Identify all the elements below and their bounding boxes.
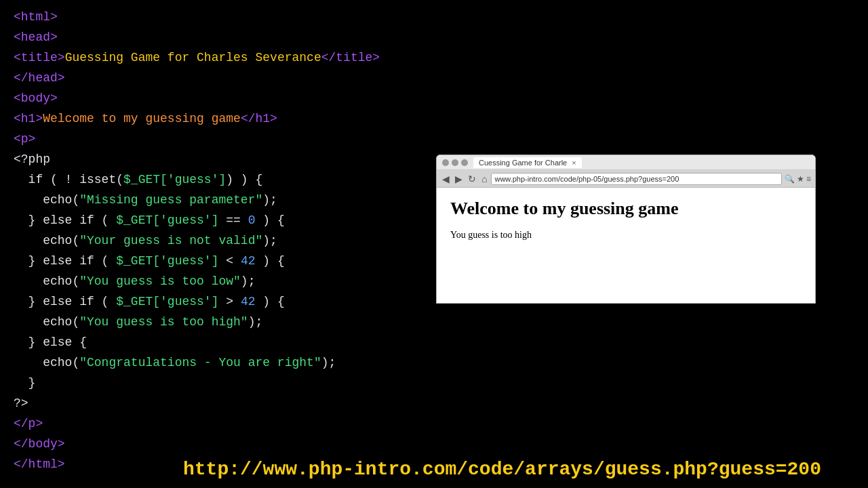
refresh-button[interactable]: ↻ bbox=[467, 174, 477, 184]
browser-page-title: Welcome to my guessing game bbox=[450, 199, 802, 219]
browser-url-text: www.php-intro.com/code/php-05/guess.php?… bbox=[494, 175, 679, 183]
code-line-line1: <html> bbox=[14, 7, 854, 27]
code-line-line21: </p> bbox=[14, 413, 854, 434]
browser-icons: 🔍 ★ ≡ bbox=[785, 174, 811, 184]
code-line-line6: <h1>Welcome to my guessing game</h1> bbox=[14, 108, 854, 129]
code-line-line2: <head> bbox=[14, 27, 854, 47]
browser-content: Welcome to my guessing game You guess is… bbox=[437, 188, 815, 251]
code-line-line17: } else { bbox=[14, 332, 854, 352]
code-line-line22: </body> bbox=[14, 434, 854, 454]
code-line-line16: echo("You guess is too high"); bbox=[14, 312, 854, 332]
browser-dot-1 bbox=[442, 159, 449, 166]
browser-titlebar: Cuessing Game for Charle × bbox=[437, 155, 815, 170]
code-line-line3: <title>Guessing Game for Charles Severan… bbox=[14, 47, 854, 68]
browser-window: Cuessing Game for Charle × ◀ ▶ ↻ ⌂ www.p… bbox=[436, 155, 816, 304]
home-button[interactable]: ⌂ bbox=[480, 174, 488, 184]
code-line-line5: <body> bbox=[14, 88, 854, 108]
browser-message: You guess is too high bbox=[450, 230, 802, 241]
browser-tab[interactable]: Cuessing Game for Charle × bbox=[473, 157, 582, 168]
code-line-line18: echo("Congratulations - You are right"); bbox=[14, 352, 854, 373]
browser-tab-title: Cuessing Game for Charle bbox=[479, 159, 567, 167]
star-icon: ★ bbox=[797, 174, 804, 184]
menu-icon: ≡ bbox=[806, 174, 811, 184]
bottom-url-bar: http://www.php-intro.com/code/arrays/gue… bbox=[183, 459, 868, 480]
browser-dot-2 bbox=[452, 159, 458, 166]
zoom-icon: 🔍 bbox=[785, 174, 795, 184]
code-line-line7: <p> bbox=[14, 129, 854, 149]
code-line-line20: ?> bbox=[14, 393, 854, 413]
browser-dots bbox=[442, 159, 468, 166]
browser-dot-3 bbox=[461, 159, 468, 166]
code-line-line4: </head> bbox=[14, 68, 854, 88]
back-button[interactable]: ◀ bbox=[441, 174, 451, 184]
browser-toolbar: ◀ ▶ ↻ ⌂ www.php-intro.com/code/php-05/gu… bbox=[437, 170, 815, 188]
browser-tab-close[interactable]: × bbox=[572, 159, 576, 167]
browser-url-bar[interactable]: www.php-intro.com/code/php-05/guess.php?… bbox=[491, 173, 782, 185]
code-line-line19: } bbox=[14, 373, 854, 393]
forward-button[interactable]: ▶ bbox=[454, 174, 464, 184]
